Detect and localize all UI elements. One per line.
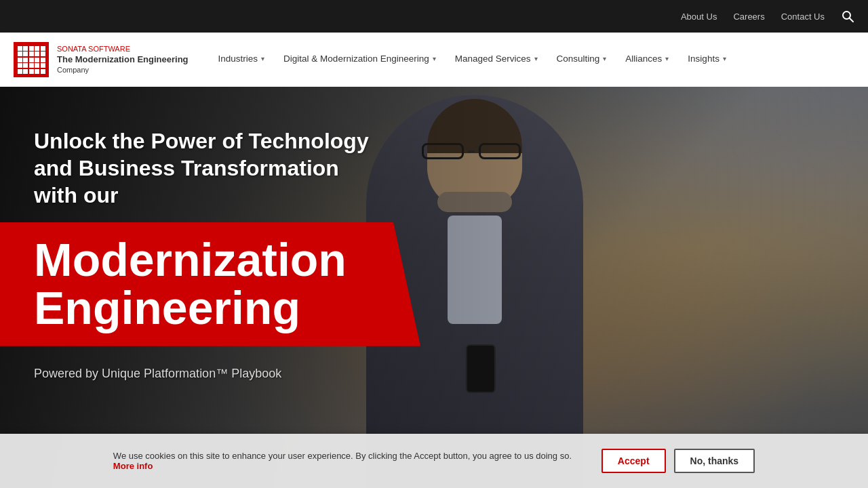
top-bar: About Us Careers Contact Us (0, 0, 868, 33)
logo[interactable]: SONATA SOFTWARE The Modernization Engine… (14, 42, 189, 77)
nav-label-digital: Digital & Modernization Engineering (283, 54, 429, 64)
hero-content: Unlock the Power of Technology and Busin… (0, 87, 868, 488)
logo-text: SONATA SOFTWARE The Modernization Engine… (57, 44, 189, 75)
cookie-more-info-link[interactable]: More info (113, 461, 153, 471)
cookie-message: We use cookies on this site to enhance y… (113, 451, 588, 471)
contact-us-link[interactable]: Contact Us (781, 12, 825, 22)
chevron-down-icon: ▾ (723, 55, 726, 62)
hero-tagline: Unlock the Power of Technology and Busin… (34, 127, 387, 209)
chevron-down-icon: ▾ (534, 55, 538, 62)
nav-item-alliances[interactable]: Alliances ▾ (616, 33, 678, 87)
chevron-down-icon: ▾ (433, 55, 436, 62)
hero-section: Unlock the Power of Technology and Busin… (0, 87, 868, 488)
cookie-text-content: We use cookies on this site to enhance y… (113, 451, 572, 461)
nav-item-industries[interactable]: Industries ▾ (209, 33, 275, 87)
logo-grid (14, 43, 49, 77)
nav-label-alliances: Alliances (625, 54, 662, 64)
nav-label-industries: Industries (218, 54, 258, 64)
nav-items: Industries ▾ Digital & Modernization Eng… (209, 33, 854, 87)
careers-link[interactable]: Careers (733, 12, 764, 22)
hero-title: Modernization Engineering (34, 236, 400, 333)
nav-item-insights[interactable]: Insights ▾ (678, 33, 736, 87)
svg-line-1 (850, 18, 854, 22)
hero-title-line1: Modernization (34, 234, 347, 285)
decline-cookies-button[interactable]: No, thanks (674, 449, 755, 473)
hero-powered: Powered by Unique Platformation™ Playboo… (34, 367, 834, 381)
cookie-bar: We use cookies on this site to enhance y… (0, 434, 868, 488)
hero-red-band: Modernization Engineering (0, 222, 420, 346)
chevron-down-icon: ▾ (603, 55, 606, 62)
brand-name: SONATA SOFTWARE (57, 44, 189, 54)
company-name: The Modernization Engineering (57, 54, 189, 66)
logo-icon (14, 42, 49, 77)
search-button[interactable] (841, 9, 854, 23)
nav-label-insights: Insights (688, 54, 719, 64)
cookie-buttons: Accept No, thanks (601, 449, 755, 473)
nav-item-digital[interactable]: Digital & Modernization Engineering ▾ (274, 33, 446, 87)
company-subtitle: Company (57, 65, 189, 75)
nav-item-consulting[interactable]: Consulting ▾ (547, 33, 616, 87)
main-nav: SONATA SOFTWARE The Modernization Engine… (0, 33, 868, 87)
hero-title-line2: Engineering (34, 282, 300, 333)
chevron-down-icon: ▾ (261, 55, 264, 62)
chevron-down-icon: ▾ (665, 55, 669, 62)
nav-label-managed: Managed Services (455, 54, 531, 64)
about-us-link[interactable]: About Us (681, 12, 717, 22)
nav-item-managed[interactable]: Managed Services ▾ (446, 33, 547, 87)
nav-label-consulting: Consulting (557, 54, 600, 64)
accept-cookies-button[interactable]: Accept (601, 449, 666, 473)
